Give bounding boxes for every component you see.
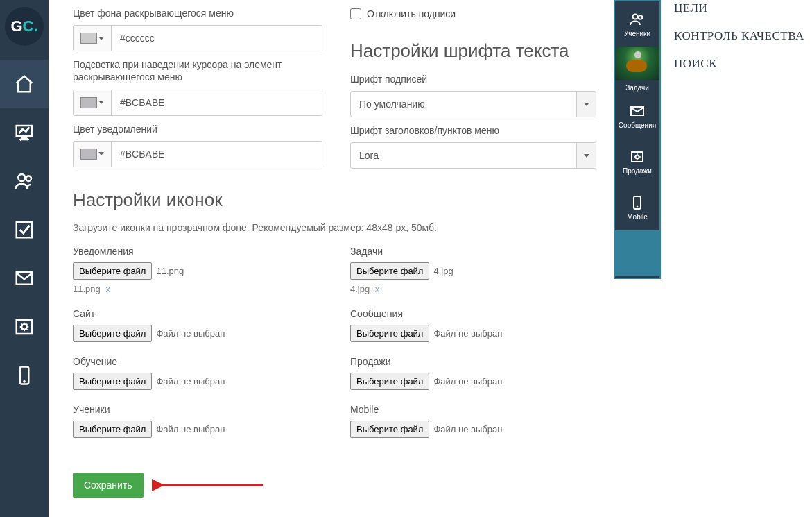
right-side-links: ЦЕЛИ КОНТРОЛЬ КАЧЕСТВА ПОИСК [674,0,806,71]
menu-bg-color-label: Цвет фона раскрывающегося меню [73,7,322,19]
notif-color-label: Цвет уведомлений [73,123,322,135]
notif-color-input[interactable] [73,141,322,167]
rr-mobile-label: Mobile [627,213,647,221]
hover-hex-field[interactable] [112,90,322,115]
disable-captions-label: Отключить подписи [367,8,456,19]
notif-swatch[interactable] [74,142,112,167]
rr-students[interactable]: Ученики [615,1,659,47]
upload-tasks-button[interactable]: Выберите файл [350,262,429,280]
rr-sales[interactable]: Продажи [615,139,659,185]
rr-tasks[interactable]: Задачи [615,47,659,93]
users-icon [629,11,646,28]
caret-down-icon [584,154,589,158]
link-goals[interactable]: ЦЕЛИ [674,1,806,15]
upload-messages-label: Сообщения [350,308,600,319]
upload-sales-button[interactable]: Выберите файл [350,373,429,390]
upload-tasks-remove[interactable]: x [375,284,380,294]
upload-sales-status: Файл не выбран [433,376,502,387]
caret-down-icon [98,101,104,104]
upload-tasks-filename: 4.jpg [433,266,453,276]
svg-point-1 [18,174,25,181]
safe-icon [629,149,646,165]
upload-tasks-label: Задачи [350,246,600,257]
main-content: Цвет фона раскрывающегося меню Подсветка… [49,0,614,517]
nav-messages[interactable] [0,254,49,303]
rr-tasks-label: Задачи [625,83,649,93]
upload-notif-label: Уведомления [73,246,322,257]
nav-trainings[interactable] [0,108,49,157]
home-icon [14,74,35,94]
upload-messages-button[interactable]: Выберите файл [350,325,429,342]
upload-trainings-label: Обучение [73,356,322,367]
rr-students-label: Ученики [624,30,650,37]
svg-point-16 [637,206,638,207]
right-preview-rail: Ученики Задачи Сообщения Продажи Mobile [614,0,661,279]
upload-students-button[interactable]: Выберите файл [73,421,152,438]
rr-empty-selected[interactable] [615,230,659,276]
phone-icon [14,365,35,386]
upload-notif-button[interactable]: Выберите файл [73,262,152,280]
link-search[interactable]: ПОИСК [674,57,806,71]
nav-mobile[interactable] [0,351,49,400]
save-button[interactable]: Сохранить [73,473,144,498]
icons-section-heading: Настройки иконок [73,189,600,211]
upload-sales-label: Продажи [350,356,600,367]
font-settings-heading: Настройки шрифта текста [350,40,600,62]
subscript-font-select[interactable]: По умолчанию [350,91,596,117]
left-sidebar: GC. [0,0,49,517]
nav-home[interactable] [0,60,49,108]
icons-section-hint: Загрузите иконки на прозрачном фоне. Рек… [73,222,600,233]
headings-font-value: Lora [351,143,576,168]
svg-rect-3 [17,222,33,238]
upload-students-status: Файл не выбран [156,424,225,434]
menu-bg-hex-field[interactable] [112,26,322,51]
svg-point-11 [639,15,643,19]
menu-bg-swatch[interactable] [74,26,112,51]
upload-notif-line: 11.png [73,284,101,294]
upload-tasks-line: 4.jpg [350,284,370,294]
nav-tasks[interactable] [0,205,49,254]
logo-g: G [10,17,22,35]
rr-messages[interactable]: Сообщения [615,93,659,139]
upload-mobile-button[interactable]: Выберите файл [350,421,429,438]
rr-messages-label: Сообщения [619,121,656,129]
upload-site-status: Файл не выбран [156,328,225,339]
upload-notif-filename: 11.png [156,266,184,276]
hover-color-input[interactable] [73,90,322,116]
upload-notif-remove[interactable]: x [105,284,110,294]
logo-c: C. [23,17,38,35]
upload-mobile-label: Mobile [350,404,600,415]
upload-trainings-button[interactable]: Выберите файл [73,373,152,390]
svg-point-2 [26,176,32,182]
caret-down-icon [584,103,589,106]
phone-icon [629,194,646,211]
hover-color-label: Подсветка при наведении курсора на элеме… [73,58,322,83]
logo[interactable]: GC. [5,7,44,46]
upload-mobile-status: Файл не выбран [433,424,502,434]
nav-sales[interactable] [0,303,49,351]
upload-messages-status: Файл не выбран [433,328,502,339]
rr-mobile[interactable]: Mobile [615,185,659,230]
hover-swatch[interactable] [74,90,112,115]
disable-captions-checkbox[interactable] [350,8,361,19]
nav-users[interactable] [0,157,49,205]
subscript-font-value: По умолчанию [351,92,576,117]
svg-point-14 [636,155,639,159]
svg-point-10 [633,15,638,19]
caret-down-icon [98,152,104,155]
presentation-icon [14,122,35,143]
notif-hex-field[interactable] [112,142,322,167]
checkbox-icon [14,219,35,240]
mail-icon [14,268,35,289]
link-quality[interactable]: КОНТРОЛЬ КАЧЕСТВА [674,29,806,43]
headings-font-select[interactable]: Lora [350,142,596,169]
menu-bg-color-input[interactable] [73,25,322,51]
mail-icon [629,103,646,119]
annotation-arrow-icon [152,475,270,495]
caret-down-icon [98,37,104,40]
upload-trainings-status: Файл не выбран [156,376,225,387]
upload-students-label: Ученики [73,404,322,415]
svg-rect-5 [17,320,33,334]
headings-font-label: Шрифт заголовков/пунктов меню [350,124,600,137]
upload-site-button[interactable]: Выберите файл [73,325,152,342]
